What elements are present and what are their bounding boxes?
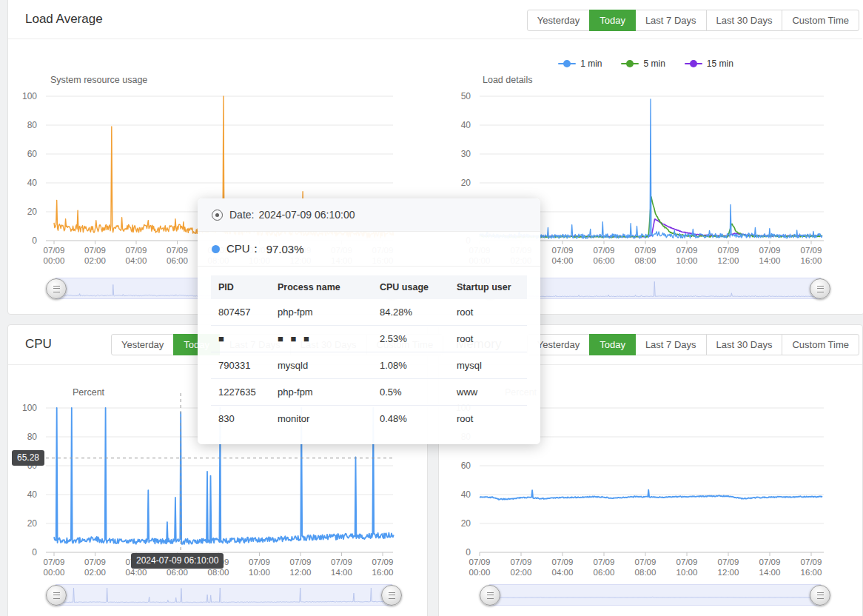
process-table-row: 830monitor0.48%root <box>211 406 527 432</box>
x-axis-tick-label: 07/0908:00 <box>635 558 657 577</box>
legend-item-1-min[interactable]: 1 min <box>558 58 602 69</box>
cpu-chart-zoom-slider[interactable] <box>55 584 393 606</box>
process-table: PIDProcess nameCPU usageStartup user 807… <box>211 275 527 432</box>
process-table-cell: www <box>449 379 527 406</box>
tooltip-date-label: Date: <box>229 209 254 221</box>
x-axis-tick-label: 07/0916:00 <box>801 246 822 265</box>
process-table-cell: root <box>449 406 527 432</box>
x-axis-tick-label: 07/0904:00 <box>552 246 574 265</box>
process-table-cell: 0.5% <box>372 379 449 406</box>
process-table-cell: 2.53% <box>372 326 449 352</box>
memory-chart-zoom-slider[interactable] <box>488 584 822 606</box>
x-axis-tick-label: 07/0900:00 <box>44 246 65 265</box>
legend-item-5-min[interactable]: 5 min <box>621 58 665 69</box>
zoom-preview <box>56 585 392 605</box>
cpu-title: CPU <box>25 337 52 352</box>
process-table-header: Startup user <box>449 275 527 299</box>
time-range-button-last-7-days[interactable]: Last 7 Days <box>635 334 707 355</box>
zoom-left-handle[interactable] <box>46 585 67 606</box>
y-axis-tick-label: 80 <box>27 120 38 130</box>
legend-item-15-min[interactable]: 15 min <box>685 58 733 69</box>
y-axis-tick-label: 0 <box>32 235 37 246</box>
process-table-cell: php-fpm <box>270 379 372 406</box>
process-table-cell: php-fpm <box>270 299 372 326</box>
time-range-button-yesterday[interactable]: Yesterday <box>527 10 590 31</box>
y-axis-tick-label: 40 <box>27 178 38 188</box>
tooltip-series-row: CPU： 97.03% <box>198 232 540 267</box>
x-axis-tick-label: 07/0902:00 <box>84 558 106 577</box>
zoom-preview <box>489 585 821 605</box>
process-table-cell: 807457 <box>211 299 270 326</box>
x-axis-tick-label: 07/0916:00 <box>372 558 394 577</box>
legend-marker-icon <box>621 60 639 67</box>
y-axis-tick-label: 60 <box>461 461 471 471</box>
process-table-row: 807457php-fpm84.28%root <box>211 299 527 326</box>
x-axis-tick-label: 07/0910:00 <box>676 558 698 577</box>
x-axis-tick-label: 07/0910:00 <box>249 558 270 577</box>
x-axis-tick-label: 07/0912:00 <box>718 246 739 265</box>
x-axis-tick-label: 07/0906:00 <box>167 246 188 265</box>
legend-marker-icon <box>558 60 576 67</box>
zoom-right-handle[interactable] <box>381 585 402 606</box>
load-average-title: Load Average <box>25 12 103 27</box>
process-table-cell: mysqld <box>270 352 372 379</box>
time-range-button-custom-time[interactable]: Custom Time <box>782 10 859 31</box>
process-table-cell: root <box>449 299 527 326</box>
x-axis-tick-label: 07/0912:00 <box>290 558 312 577</box>
tooltip-date-row: Date: 2024-07-09 06:10:00 <box>198 198 540 232</box>
y-axis-tick-label: 0 <box>466 547 471 558</box>
time-range-button-last-30-days[interactable]: Last 30 Days <box>706 10 783 31</box>
memory-time-range-group: YesterdayTodayLast 7 DaysLast 30 DaysCus… <box>527 334 859 355</box>
time-range-button-yesterday[interactable]: Yesterday <box>111 334 174 355</box>
process-table-cell: 1227635 <box>211 379 270 406</box>
y-axis-tick-label: 20 <box>461 178 471 188</box>
zoom-left-handle[interactable] <box>480 585 500 606</box>
y-axis-tick-label: 40 <box>461 120 471 130</box>
legend-label: 1 min <box>580 58 602 69</box>
x-axis-tick-label: 07/0908:00 <box>635 246 657 265</box>
time-range-button-today[interactable]: Today <box>589 334 636 355</box>
time-range-button-custom-time[interactable]: Custom Time <box>782 334 859 355</box>
x-axis-tick-label: 07/0904:00 <box>552 558 574 577</box>
zoom-left-handle[interactable] <box>46 278 67 299</box>
y-axis-tick-label: 50 <box>461 91 471 101</box>
process-table-cell: root <box>449 326 527 352</box>
x-axis-tick-label: 07/0906:00 <box>594 558 615 577</box>
time-range-button-today[interactable]: Today <box>589 10 636 31</box>
y-axis-tick-label: 40 <box>27 489 38 500</box>
x-axis-tick-label: 07/0916:00 <box>801 558 822 577</box>
process-table-row: ■■ ■ ■2.53%root <box>211 326 527 352</box>
process-table-cell: ■ <box>211 326 270 352</box>
process-table-cell: 84.28% <box>372 299 449 326</box>
process-table-header: Process name <box>270 275 372 299</box>
y-axis-tick-label: 100 <box>22 91 37 101</box>
y-axis-tick-label: 80 <box>27 432 38 442</box>
divider <box>8 38 862 39</box>
process-table-row: 790331mysqld1.08%mysql <box>211 352 527 379</box>
process-table-cell: mysql <box>449 352 527 379</box>
x-axis-tick-label: 07/0914:00 <box>759 558 781 577</box>
x-axis-tick-label: 07/0900:00 <box>44 558 65 577</box>
legend-marker-icon <box>685 60 702 67</box>
time-range-button-last-30-days[interactable]: Last 30 Days <box>706 334 783 355</box>
process-table-cell: 830 <box>211 406 270 432</box>
x-axis-tick-label: 07/0900:00 <box>469 558 491 577</box>
y-axis-tick-label: 30 <box>461 149 471 159</box>
x-axis-tick-label: 07/0906:00 <box>594 246 615 265</box>
process-table-cell: ■ ■ ■ <box>270 326 372 352</box>
y-axis-tick-label: 100 <box>22 403 37 413</box>
y-axis-tick-label: 20 <box>27 207 38 217</box>
zoom-preview-line <box>56 588 392 603</box>
y-axis-tick-label: 0 <box>32 547 37 558</box>
zoom-right-handle[interactable] <box>810 585 830 606</box>
time-range-button-last-7-days[interactable]: Last 7 Days <box>635 10 707 31</box>
x-axis-tick-label: 07/0902:00 <box>511 558 532 577</box>
tooltip-process-table-wrap: PIDProcess nameCPU usageStartup user 807… <box>198 267 540 432</box>
y-axis-tick-label: 40 <box>461 489 471 500</box>
process-table-row: 1227635php-fpm0.5%www <box>211 379 527 406</box>
zoom-right-handle[interactable] <box>810 278 830 299</box>
y-axis-tick-label: 60 <box>27 149 38 159</box>
process-table-cell: monitor <box>270 406 372 432</box>
chart-tooltip: Date: 2024-07-09 06:10:00 CPU： 97.03% PI… <box>198 198 540 444</box>
process-table-header: CPU usage <box>372 275 449 299</box>
